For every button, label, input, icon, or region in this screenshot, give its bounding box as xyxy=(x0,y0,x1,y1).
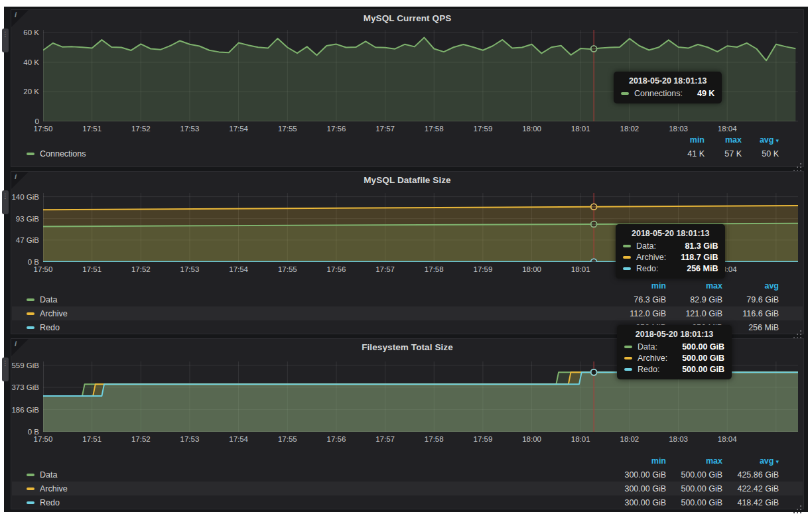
x-tick-label: 17:54 xyxy=(229,265,248,273)
x-tick-label: 17:56 xyxy=(327,265,346,273)
stat-avg: 422.42 GiB xyxy=(722,484,779,493)
legend-header-min[interactable]: min xyxy=(610,456,666,466)
series-color-dash xyxy=(623,256,631,259)
stat-max: 500.00 GiB xyxy=(666,470,722,480)
x-tick-label: 17:53 xyxy=(180,265,200,273)
tooltip-value: 500.00 GiB xyxy=(667,354,724,363)
x-tick-label: 17:51 xyxy=(82,125,102,133)
x-tick-label: 17:53 xyxy=(180,125,200,133)
tooltip-value: 81.3 GiB xyxy=(670,241,718,251)
x-tick-label: 18:04 xyxy=(718,125,737,133)
series-color-dash xyxy=(624,368,632,371)
y-tick-label: 47 GiB xyxy=(11,236,39,244)
x-tick-label: 18:01 xyxy=(571,435,590,443)
legend-header-min[interactable]: min xyxy=(667,135,705,145)
x-tick-label: 17:58 xyxy=(425,435,444,443)
legend-series-archive[interactable]: Archive xyxy=(27,484,68,493)
legend-header-max[interactable]: max xyxy=(666,281,722,291)
x-tick-label: 18:00 xyxy=(522,125,541,133)
y-tick-label: 93 GiB xyxy=(11,215,39,223)
legend-series-redo[interactable]: Redo xyxy=(27,498,60,507)
panel-drag-handle[interactable]: ⋮ xyxy=(2,358,9,381)
series-color-dash xyxy=(27,298,34,301)
tooltip-timestamp: 2018-05-20 18:01:13 xyxy=(621,76,714,86)
series-color-dash xyxy=(27,487,34,490)
stat-avg: 79.6 GiB xyxy=(722,295,779,304)
x-tick-label: 17:54 xyxy=(229,435,248,443)
x-tick-label: 17:53 xyxy=(180,435,200,443)
legend-table: min max avg▾ Data 300.00 GiB 500.00 GiB … xyxy=(12,454,803,509)
chevron-down-icon: ▾ xyxy=(776,137,779,144)
x-tick-label: 17:56 xyxy=(327,125,346,133)
tooltip-value: 256 MiB xyxy=(672,264,718,273)
legend-row-archive: Archive 300.00 GiB 500.00 GiB 422.42 GiB xyxy=(12,482,803,495)
x-tick-label: 18:01 xyxy=(571,265,590,273)
legend: min max avg▾ Connections 41 K 57 K 50 K xyxy=(12,133,803,161)
y-tick-label: 40 K xyxy=(11,58,39,66)
x-tick-label: 17:50 xyxy=(34,265,53,273)
legend-series-connections[interactable]: Connections xyxy=(27,149,86,159)
stat-min: 76.3 GiB xyxy=(610,295,666,304)
x-tick-label: 18:01 xyxy=(571,125,590,133)
x-tick-label: 17:58 xyxy=(425,265,444,273)
chevron-down-icon: ▾ xyxy=(776,458,779,465)
panel-drag-handle[interactable]: ⋮ xyxy=(2,190,9,214)
hover-tooltip-datafile: 2018-05-20 18:01:13 Data: 81.3 GiB Archi… xyxy=(616,224,725,279)
legend-series-data[interactable]: Data xyxy=(27,470,57,480)
x-tick-label: 17:50 xyxy=(34,435,53,443)
panel-title[interactable]: MySQL Datafile Size xyxy=(11,175,803,185)
x-tick-label: 17:52 xyxy=(131,435,151,443)
x-tick-label: 17:57 xyxy=(375,125,395,133)
x-tick-label: 18:02 xyxy=(620,435,639,443)
x-tick-label: 17:59 xyxy=(474,435,493,443)
legend-row-data: Data 300.00 GiB 500.00 GiB 425.86 GiB xyxy=(12,468,803,482)
panel-drag-handle[interactable]: ⋮ xyxy=(2,29,9,52)
x-tick-label: 17:50 xyxy=(34,125,53,133)
panel-resize-handle[interactable] xyxy=(799,162,801,164)
legend-series-data[interactable]: Data xyxy=(27,295,57,304)
y-tick-label: 186 GiB xyxy=(11,406,39,414)
legend-header-max[interactable]: max xyxy=(666,456,722,466)
y-tick-label: 559 GiB xyxy=(11,361,39,369)
panel-resize-handle[interactable] xyxy=(799,330,801,332)
x-tick-label: 17:51 xyxy=(82,265,102,273)
stat-max: 82.9 GiB xyxy=(666,295,722,304)
tooltip-value: 500.00 GiB xyxy=(667,365,724,374)
y-tick-label: 20 K xyxy=(11,88,39,96)
stat-max: 500.00 GiB xyxy=(666,484,722,493)
x-tick-label: 17:52 xyxy=(131,125,151,133)
series-color-dash xyxy=(27,501,34,504)
x-tick-label: 17:59 xyxy=(474,265,493,273)
legend-header-min[interactable]: min xyxy=(610,281,666,291)
legend-header-max[interactable]: max xyxy=(705,135,742,145)
x-tick-label: 17:58 xyxy=(425,125,444,133)
series-color-dash xyxy=(623,267,631,270)
x-tick-label: 18:03 xyxy=(669,435,688,443)
x-tick-label: 17:55 xyxy=(278,435,297,443)
stat-min: 300.00 GiB xyxy=(610,484,666,493)
panel-resize-handle[interactable] xyxy=(799,505,801,507)
series-color-dash xyxy=(624,346,632,348)
series-color-dash xyxy=(27,312,34,315)
legend-header-avg[interactable]: avg▾ xyxy=(742,135,779,145)
x-tick-label: 17:56 xyxy=(327,435,346,443)
legend-header-avg[interactable]: avg▾ xyxy=(722,456,779,466)
series-color-dash xyxy=(27,326,34,329)
series-color-dash xyxy=(621,92,629,95)
stat-min: 300.00 GiB xyxy=(610,498,666,507)
legend-header-avg[interactable]: avg xyxy=(722,281,779,291)
x-tick-label: 18:02 xyxy=(620,125,639,133)
x-tick-label: 17:54 xyxy=(229,125,248,133)
series-color-dash xyxy=(27,153,34,155)
x-tick-label: 18:00 xyxy=(522,265,541,273)
series-color-dash xyxy=(27,474,34,476)
x-tick-label: 17:55 xyxy=(278,265,297,273)
x-tick-label: 17:57 xyxy=(375,435,395,443)
stat-min: 112.0 GiB xyxy=(610,309,666,318)
panel-title[interactable]: MySQL Current QPS xyxy=(11,13,803,23)
legend-series-redo[interactable]: Redo xyxy=(27,323,60,332)
x-tick-label: 17:57 xyxy=(375,265,395,273)
legend-series-archive[interactable]: Archive xyxy=(27,309,68,318)
stat-max: 500.00 GiB xyxy=(666,498,722,507)
x-tick-label: 17:59 xyxy=(474,125,493,133)
